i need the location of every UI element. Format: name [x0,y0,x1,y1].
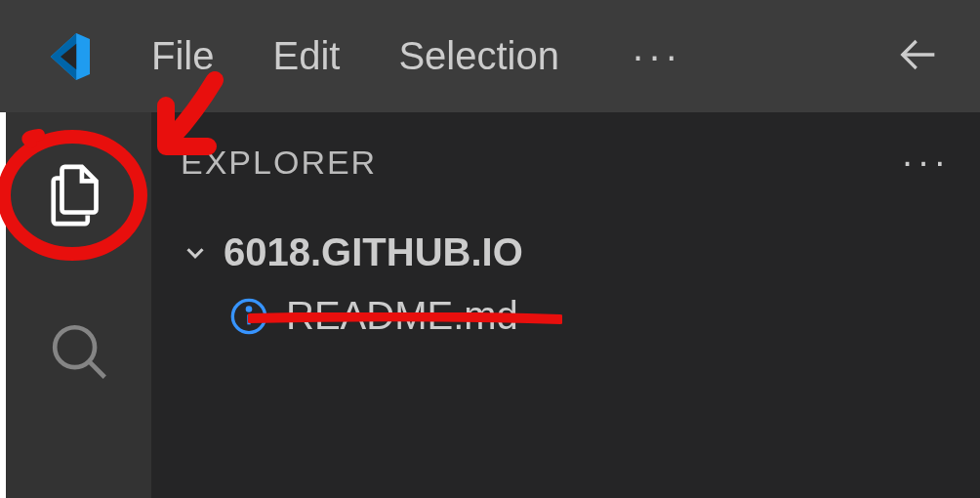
explorer-header: EXPLORER ··· [181,142,951,184]
explorer-more-icon[interactable]: ··· [902,142,951,184]
title-bar: File Edit Selection ··· [0,0,980,112]
search-activity-icon[interactable] [45,317,113,386]
menu-more-icon[interactable]: ··· [633,34,682,78]
explorer-activity-icon[interactable] [45,161,113,229]
menu-bar: File Edit Selection ··· [151,34,682,78]
explorer-title: EXPLORER [181,144,377,182]
info-icon [229,297,268,336]
folder-row[interactable]: 6018.GITHUB.IO [181,230,951,274]
activity-bar [0,112,151,498]
menu-selection[interactable]: Selection [398,34,559,78]
svg-line-1 [89,361,104,377]
svg-point-4 [247,307,250,310]
folder-name: 6018.GITHUB.IO [224,230,523,274]
file-row[interactable]: README.md [181,294,951,338]
menu-edit[interactable]: Edit [272,34,340,78]
svg-point-0 [55,327,95,367]
explorer-panel: EXPLORER ··· 6018.GITHUB.IO README.md [151,112,980,498]
menu-file[interactable]: File [151,34,214,78]
main-area: EXPLORER ··· 6018.GITHUB.IO README.md [0,112,980,498]
vscode-logo-icon [34,27,93,86]
back-arrow-icon[interactable] [891,27,946,86]
chevron-down-icon [181,238,210,268]
file-name: README.md [286,294,518,338]
